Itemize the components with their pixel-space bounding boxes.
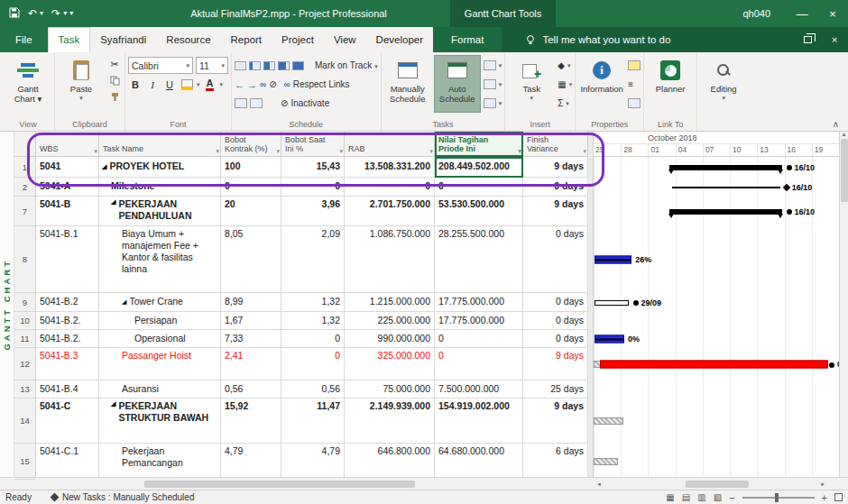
nilai-tagihan-cell[interactable]: 28.255.500.000 (435, 226, 523, 293)
table-scroll-thumb[interactable] (144, 481, 415, 488)
percent-complete-75-icon[interactable] (278, 61, 290, 70)
collapse-triangle-icon[interactable]: ◢ (102, 163, 106, 171)
background-color-icon[interactable] (180, 78, 194, 92)
percent-complete-25-icon[interactable] (249, 61, 261, 70)
bobot-kontrak-cell[interactable]: 20 (221, 197, 281, 226)
table-row[interactable]: 5041-B.1 Biaya Umum + manajemen Fee + Ka… (36, 226, 588, 293)
task-name-cell[interactable]: Operasional (99, 330, 221, 348)
redo-icon[interactable]: ↷ (51, 8, 60, 19)
bobot-saat-cell[interactable]: 0,56 (281, 380, 345, 399)
header-nilai-tagihan[interactable]: Nilai Tagihan Priode Ini▾ (435, 132, 523, 157)
gantt-bar-summary[interactable] (669, 165, 782, 170)
header-task-name[interactable]: Task Name▾ (99, 132, 221, 157)
bobot-saat-cell[interactable]: 0 (281, 178, 345, 197)
collapse-ribbon-icon[interactable]: ∧ (825, 117, 846, 131)
rab-cell[interactable]: 646.800.000 (345, 444, 435, 477)
percent-complete-0-icon[interactable] (235, 61, 246, 70)
nilai-tagihan-cell[interactable]: 0 (435, 330, 523, 348)
font-size-select[interactable]: 11▾ (196, 57, 228, 74)
gantt-bar-hatch[interactable] (594, 458, 618, 465)
tell-me-box[interactable]: Tell me what you want to do (525, 27, 670, 52)
status-task-usage-view-icon[interactable]: ▤ (682, 492, 690, 502)
table-row[interactable]: 5041 ◢PROYEK HOTEL 100 15,43 13.508.331.… (36, 157, 588, 178)
gantt-bar-open[interactable] (595, 300, 629, 306)
task-name-cell[interactable]: Pekerjaan Pemancangan (99, 444, 221, 477)
link-tasks-icon[interactable]: ∞ (260, 79, 266, 89)
task-name-cell[interactable]: Biaya Umum + manajemen Fee + Kantor & fa… (99, 226, 221, 293)
wbs-cell[interactable]: 5041-B.3 (36, 348, 99, 380)
bobot-saat-cell[interactable]: 2,09 (281, 226, 345, 293)
indent-task-icon[interactable]: → (247, 79, 257, 90)
row-id[interactable]: 7 (14, 197, 35, 226)
background-color-dropdown-icon[interactable]: ▾ (197, 81, 200, 88)
nilai-tagihan-cell[interactable]: 0 (435, 348, 523, 380)
gantt-row[interactable]: 29/09 (594, 293, 839, 312)
gantt-bar-hatch[interactable] (594, 417, 623, 425)
scroll-to-task-icon[interactable] (250, 98, 263, 108)
finish-variance-cell[interactable]: 0 days (523, 312, 588, 330)
paste-button[interactable]: Paste ▾ (58, 55, 105, 113)
tab-resource[interactable]: Resource (156, 27, 220, 52)
font-family-select[interactable]: Calibri▾ (128, 57, 193, 74)
qat-customize-icon[interactable]: ▾ (69, 10, 73, 17)
collapse-triangle-icon[interactable]: ◢ (122, 298, 126, 307)
finish-variance-cell[interactable]: 9 days (523, 399, 588, 444)
filter-dropdown-icon[interactable]: ▾ (276, 148, 280, 155)
copy-icon[interactable] (107, 73, 122, 87)
gantt-bar-progress[interactable] (595, 256, 631, 264)
information-button[interactable]: i Information (578, 55, 625, 113)
inactivate-button[interactable]: Inactivate (290, 98, 329, 108)
nilai-tagihan-cell[interactable]: 154.919.002.000 (435, 399, 523, 444)
finish-variance-cell[interactable]: 0 days (523, 226, 588, 293)
table-row[interactable]: 5041-C.1 Pekerjaan Pemancangan 4,79 4,79… (36, 444, 588, 477)
respect-links-button[interactable]: Respect Links (293, 79, 350, 89)
tab-task[interactable]: Task (48, 27, 91, 52)
gantt-row[interactable] (594, 444, 839, 477)
scroll-up-icon[interactable]: ▲ (842, 132, 847, 137)
tab-file[interactable]: File (0, 27, 48, 52)
redo-dropdown-icon[interactable]: ▾ (63, 10, 67, 17)
gantt-row[interactable]: 16/10 (594, 178, 839, 197)
row-id[interactable]: 2 (14, 178, 35, 197)
tab-format[interactable]: Format (433, 27, 502, 52)
gantt-row[interactable]: 26% (594, 226, 839, 293)
add-to-timeline-icon[interactable] (628, 98, 641, 108)
bobot-saat-cell[interactable]: 1,32 (281, 293, 345, 312)
table-row[interactable]: 5041-B.2 ◢Tower Crane 8,99 1,32 1.215.00… (36, 293, 588, 312)
tab-view[interactable]: View (324, 27, 366, 52)
filter-dropdown-icon[interactable]: ▾ (339, 148, 343, 155)
gantt-bar-summary[interactable] (669, 209, 782, 215)
row-id[interactable]: 14 (14, 399, 35, 444)
rab-cell[interactable]: 325.000.000 (345, 348, 435, 380)
wbs-cell[interactable]: 5041-A (36, 178, 99, 197)
finish-variance-cell[interactable]: 6 days (523, 444, 588, 477)
bobot-saat-cell[interactable]: 1,32 (281, 312, 345, 330)
underline-button[interactable]: U (162, 78, 177, 92)
details-icon[interactable]: ≡ (628, 79, 633, 89)
undo-icon[interactable]: ↶ (28, 8, 37, 19)
gantt-horizontal-scrollbar[interactable] (604, 480, 817, 489)
cut-icon[interactable]: ✂ (107, 57, 122, 71)
status-gantt-view-icon[interactable]: ▦ (666, 492, 674, 502)
fit-to-screen-icon[interactable] (834, 493, 843, 501)
filter-dropdown-icon[interactable]: ▾ (94, 148, 97, 155)
header-rab[interactable]: RAB▾ (345, 132, 435, 157)
unlink-tasks-icon[interactable]: ⊘ (269, 79, 276, 89)
table-horizontal-scrollbar[interactable] (36, 480, 588, 489)
tab-project[interactable]: Project (272, 27, 324, 52)
row-id[interactable]: 9 (14, 293, 35, 312)
vertical-scroll-thumb[interactable] (841, 139, 848, 202)
collapse-triangle-icon[interactable]: ◢ (111, 400, 115, 408)
bobot-kontrak-cell[interactable]: 1,67 (221, 312, 281, 330)
table-row[interactable]: 5041-C ◢PEKERJAAN STRUKTUR BAWAH 15,92 1… (36, 399, 588, 444)
header-bobot-saat-ini[interactable]: Bobot Saat Ini %▾ (281, 132, 345, 157)
gantt-bar-mline[interactable] (672, 187, 780, 188)
nilai-tagihan-cell[interactable]: 0 (435, 178, 523, 197)
nilai-tagihan-cell[interactable]: 7.500.000.000 (435, 380, 523, 399)
gantt-chart-view-button[interactable]: Gantt Chart ▾ (5, 55, 51, 113)
row-id[interactable]: 1 (14, 157, 35, 178)
gantt-row[interactable] (594, 380, 839, 399)
filter-dropdown-icon[interactable]: ▾ (216, 148, 219, 155)
row-id[interactable]: 15 (14, 444, 35, 480)
planner-button[interactable]: Planner (647, 55, 694, 113)
